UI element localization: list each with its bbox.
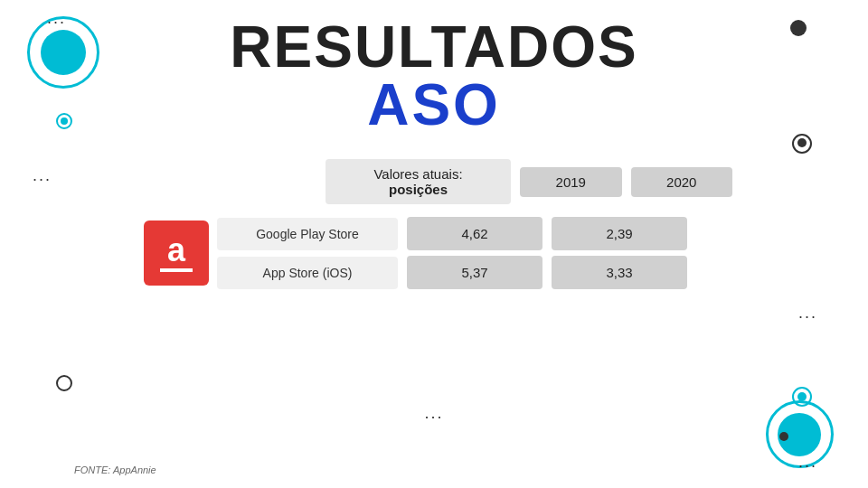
app-logo: a [144, 221, 209, 286]
results-table: Valores atuais: posições 2019 2020 a Goo… [136, 159, 732, 289]
table-header: Valores atuais: posições 2019 2020 [136, 159, 732, 204]
store-name-google: Google Play Store [217, 218, 398, 250]
main-content: RESULTADOS ASO Valores atuais: posições … [0, 0, 868, 488]
logo-bar [160, 268, 193, 272]
ios-val-2019: 5,37 [407, 256, 542, 289]
app-logo-cell: a [136, 221, 217, 286]
title-aso: ASO [367, 76, 501, 134]
store-cells: Google Play Store 4,62 2,39 App Store (i… [217, 217, 732, 289]
store-row-google: Google Play Store 4,62 2,39 [217, 217, 732, 250]
google-val-2019: 4,62 [407, 217, 542, 250]
store-row-ios: App Store (iOS) 5,37 3,33 [217, 256, 732, 289]
data-row-main: a Google Play Store 4,62 2,39 App Store … [136, 217, 732, 289]
title-resultados: RESULTADOS [230, 18, 637, 76]
ios-val-2020: 3,33 [552, 256, 687, 289]
header-2019: 2019 [520, 167, 622, 197]
logo-letter: a [167, 234, 185, 267]
store-name-ios: App Store (iOS) [217, 257, 398, 289]
header-valores: Valores atuais: posições [326, 159, 511, 204]
header-2020: 2020 [631, 167, 733, 197]
footer-source: FONTE: AppAnnie [74, 465, 156, 475]
google-val-2020: 2,39 [552, 217, 687, 250]
